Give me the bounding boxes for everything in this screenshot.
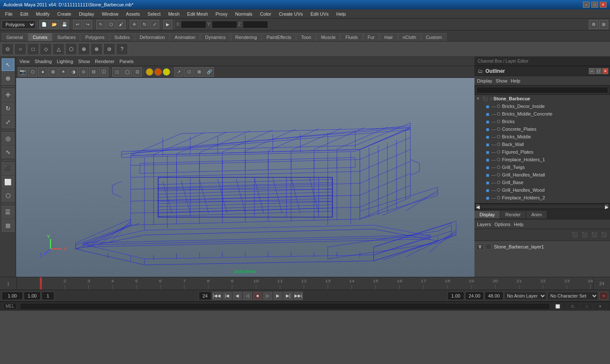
layer-color-swatch[interactable] xyxy=(485,244,491,250)
shelf-tab-surfaces[interactable]: Surfaces xyxy=(53,33,80,41)
menu-mesh[interactable]: Mesh xyxy=(165,11,183,17)
redo-button[interactable]: ↪ xyxy=(83,20,92,29)
vp-camera-icon[interactable]: 📷 xyxy=(18,67,27,77)
vp-link-icon[interactable]: 🔗 xyxy=(205,67,214,77)
taskbar-btn-2[interactable]: □ xyxy=(580,303,593,310)
vp-shadow-icon[interactable]: ◑ xyxy=(69,67,78,77)
menu-create[interactable]: Create xyxy=(54,11,75,17)
anim-range-end-field[interactable] xyxy=(485,292,503,300)
go-start-button[interactable]: |◀◀ xyxy=(212,292,222,300)
vp-frame-all-icon[interactable]: ⊡ xyxy=(133,67,142,77)
vp-light-icon[interactable]: ☀ xyxy=(58,67,68,77)
frame-counter-field[interactable] xyxy=(42,292,54,300)
open-scene-button[interactable]: 📂 xyxy=(50,20,59,29)
layer-menu-layers[interactable]: Layers xyxy=(477,222,491,227)
menu-window[interactable]: Window xyxy=(98,11,122,17)
menu-proxy[interactable]: Proxy xyxy=(212,11,231,17)
outliner-item-6[interactable]: ◼ — Figured_Plates xyxy=(474,148,610,156)
vp-highlight-icon[interactable]: ◯ xyxy=(122,67,132,77)
layer-menu-help[interactable]: Help xyxy=(514,222,524,227)
texture-tool[interactable]: ⊞ xyxy=(2,219,14,232)
start-frame-field[interactable] xyxy=(2,292,23,300)
vp-display-icon[interactable]: ◻ xyxy=(112,67,122,77)
menu-select[interactable]: Select xyxy=(144,11,164,17)
shelf-icon-5[interactable]: △ xyxy=(53,43,64,55)
vp-snap-icon[interactable]: ⊞ xyxy=(194,67,204,77)
outliner-close-btn[interactable]: ✕ xyxy=(602,68,608,74)
layer-tab-anim[interactable]: Anim xyxy=(526,211,547,218)
outliner-item-10[interactable]: ◼ — Grill_Base xyxy=(474,179,610,186)
poly-tool-2[interactable]: ⬜ xyxy=(2,176,14,188)
vp-smooth-icon[interactable]: ● xyxy=(38,67,47,77)
polygon-mode-dropdown[interactable]: Polygons xyxy=(2,20,36,29)
anim-layer-select[interactable]: No Anim Layer xyxy=(504,292,546,300)
poly-tool-1[interactable]: ⬛ xyxy=(2,162,14,175)
outliner-minimize-btn[interactable]: – xyxy=(589,68,595,74)
select-tool-button[interactable]: ↖ xyxy=(96,20,105,29)
play-back-button[interactable]: ◁ xyxy=(243,292,252,300)
shelf-tab-fur[interactable]: Fur xyxy=(363,33,380,41)
menu-color[interactable]: Color xyxy=(257,11,274,17)
viewport-menu-shading[interactable]: Shading xyxy=(35,59,52,64)
go-end-button[interactable]: ▶▶| xyxy=(294,292,303,300)
outliner-item-0[interactable]: ◼ — Bricks_Decor_Inside xyxy=(474,102,610,110)
paint-tool-button[interactable]: 🖌 xyxy=(116,20,126,29)
command-input[interactable] xyxy=(20,303,550,310)
vp-xray-icon[interactable]: ⊙ xyxy=(79,67,88,77)
layer-visibility-toggle[interactable]: V xyxy=(476,243,484,250)
autokey-button[interactable]: ● xyxy=(599,292,608,300)
outliner-menu-show[interactable]: Show xyxy=(496,78,507,83)
vp-heads-up-icon[interactable]: ⓘ xyxy=(99,67,108,77)
viewport-menu-show[interactable]: Show xyxy=(78,59,90,64)
save-scene-button[interactable]: 💾 xyxy=(60,20,69,29)
outliner-item-11[interactable]: ◼ — Grill_Handles_Wood xyxy=(474,186,610,194)
scale-tool[interactable]: ⤢ xyxy=(2,116,14,128)
outliner-item-5[interactable]: ◼ — Back_Wall xyxy=(474,141,610,148)
move-tool[interactable]: ✛ xyxy=(2,88,14,101)
rotate-tool-button[interactable]: ↻ xyxy=(140,20,149,29)
transform-tool[interactable]: ⊕ xyxy=(2,72,14,85)
sculpt-tool[interactable]: ∿ xyxy=(2,146,14,158)
layer-tab-display[interactable]: Display xyxy=(474,211,500,218)
layer-menu-options[interactable]: Options xyxy=(494,222,510,227)
status-icon[interactable]: ⬜ xyxy=(553,303,562,310)
anim-end-field[interactable] xyxy=(199,292,211,300)
shelf-tab-muscle[interactable]: Muscle xyxy=(316,33,341,41)
outliner-item-root[interactable]: ▼ ⬛ ○ Stone_Barbecue xyxy=(474,95,610,102)
render-button[interactable]: ▶ xyxy=(163,20,172,29)
prev-key-button[interactable]: |◀ xyxy=(222,292,232,300)
shelf-icon-1[interactable]: ⊙ xyxy=(2,43,14,55)
undo-button[interactable]: ↩ xyxy=(73,20,82,29)
shelf-tab-general[interactable]: General xyxy=(2,33,28,41)
char-set-select[interactable]: No Character Set xyxy=(547,292,598,300)
hscroll-left-btn[interactable]: ◀ xyxy=(476,204,480,209)
outliner-search-input[interactable] xyxy=(476,87,608,94)
shelf-tab-painteffects[interactable]: PaintEffects xyxy=(262,33,296,41)
outliner-menu-help[interactable]: Help xyxy=(511,78,521,83)
vp-color2-btn[interactable] xyxy=(154,68,162,76)
new-scene-button[interactable]: 📄 xyxy=(39,20,49,29)
viewport-menu-view[interactable]: View xyxy=(19,59,30,64)
shelf-icon-6[interactable]: ⬡ xyxy=(65,43,77,55)
soft-select-tool[interactable]: ◎ xyxy=(2,132,14,145)
outliner-item-1[interactable]: ◼ — Bricks_Middle_Concrete xyxy=(474,110,610,118)
z-input[interactable] xyxy=(243,21,268,28)
x-input[interactable] xyxy=(181,21,206,28)
vp-perspective-icon[interactable]: ⬡ xyxy=(184,67,194,77)
select-tool[interactable]: ↖ xyxy=(2,58,14,71)
layer-del-icon[interactable]: ⬛ xyxy=(590,231,599,239)
viewport-menu-renderer[interactable]: Renderer xyxy=(95,59,114,64)
menu-edit[interactable]: Edit xyxy=(17,11,32,17)
vp-color1-btn[interactable] xyxy=(146,68,153,76)
vp-texture-icon[interactable]: ⊞ xyxy=(48,67,58,77)
shelf-tab-rendering[interactable]: Rendering xyxy=(231,33,262,41)
vp-grid-icon[interactable]: ⊟ xyxy=(89,67,98,77)
layer-tool[interactable]: ☰ xyxy=(2,206,14,218)
layer-ref-icon[interactable]: ⬛ xyxy=(580,231,589,239)
vp-cursor-icon[interactable]: ↗ xyxy=(174,67,183,77)
range-start-field[interactable] xyxy=(447,292,464,300)
minimize-button[interactable]: – xyxy=(583,2,590,8)
step-back-button[interactable]: ◀ xyxy=(233,292,242,300)
scale-tool-button[interactable]: ⤢ xyxy=(150,20,159,29)
menu-help[interactable]: Help xyxy=(333,11,349,17)
